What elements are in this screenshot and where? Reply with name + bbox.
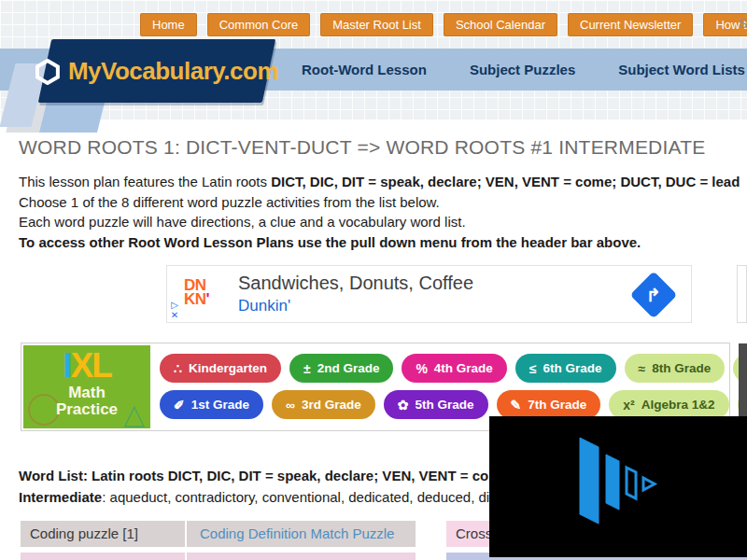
percent-icon: % [416, 361, 427, 376]
less-equal-icon: ≤ [529, 361, 537, 376]
ad-brand-link[interactable]: Dunkin' [238, 297, 290, 315]
top-nav-master-root-list[interactable]: Master Root List [320, 13, 433, 36]
top-nav-current-newsletter[interactable]: Current Newsletter [568, 13, 693, 36]
dunkin-logo: DN KN' [184, 278, 209, 306]
site-logo[interactable]: MyVocabulary.com [38, 39, 275, 103]
dunkin-ad-banner[interactable]: ▷ ✕ DN KN' Sandwiches, Donuts, Coffee Du… [166, 265, 692, 323]
intro-line-2: Choose 1 of the 8 different word puzzle … [19, 192, 740, 213]
x-squared-icon: x² [623, 398, 634, 413]
nav-subject-puzzles[interactable]: Subject Puzzles [448, 62, 597, 77]
puzzle-link-cell: Coding Definition Match Puzzle [187, 521, 416, 547]
grade-pill-1st[interactable]: ✐1st Grade [160, 390, 263, 419]
dunkin-apostrophe: ' [206, 290, 210, 308]
plus-minus-icon: ± [303, 361, 311, 376]
intro-line-4: To access other Root Word Lesson Plans u… [19, 232, 740, 253]
side-ad-fragment [737, 265, 747, 323]
ixl-grade-buttons: ∴Kindergarten ±2nd Grade %4th Grade ≤6th… [160, 354, 747, 419]
dots-icon: ∴ [174, 361, 182, 376]
pencil-icon: ✎ [511, 398, 522, 413]
approx-equal-icon: ≈ [639, 361, 646, 376]
adchoices-icon[interactable]: ▷ [171, 300, 178, 310]
intro-line-3: Each word puzzle will have directions, a… [19, 212, 740, 232]
grade-pill-algebra[interactable]: x²Algebra 1&2 [609, 390, 728, 419]
apple-book-icon: ✿ [398, 398, 409, 413]
infinity-icon: ∞ [286, 398, 295, 413]
grade-pill-6th[interactable]: ≤6th Grade [515, 354, 616, 383]
puzzle-label-cell: Coding puzzle [1] [21, 521, 185, 547]
ad-close-icon[interactable]: ✕ [171, 310, 178, 320]
nav-subject-word-lists[interactable]: Subject Word Lists [597, 62, 747, 77]
nav-root-word-lesson[interactable]: Root-Word Lesson [280, 62, 448, 77]
top-nav-school-calendar[interactable]: School Calendar [444, 13, 557, 36]
table-row2-cell-left [21, 553, 185, 560]
video-player-overlay[interactable] [489, 416, 747, 557]
scrollbar-thumb[interactable] [739, 343, 747, 420]
grade-pill-5th[interactable]: ✿5th Grade [384, 390, 488, 419]
grade-pill-kindergarten[interactable]: ∴Kindergarten [160, 354, 281, 383]
top-nav-truncated-item[interactable]: S [739, 16, 747, 31]
ixl-logo-tile[interactable]: IXL Math Practice △ [23, 345, 150, 428]
grade-pill-7th[interactable]: ✎7th Grade [497, 390, 601, 419]
table-row2-cell-mid [187, 553, 416, 560]
pencil-cup-icon: ✐ [174, 398, 185, 413]
adchoices-controls: ▷ ✕ [169, 300, 180, 320]
hexagon-icon [35, 58, 60, 84]
ixl-logo: IXL [23, 347, 150, 385]
arrow-icon: ↱ [646, 284, 661, 305]
ixl-tagline: Math Practice [23, 385, 150, 418]
grade-pill-8th[interactable]: ≈8th Grade [625, 354, 726, 383]
intro-line-1: This lesson plan features the Latin root… [19, 172, 740, 192]
lesson-intro: This lesson plan features the Latin root… [19, 172, 740, 252]
ad-visit-site-button[interactable]: ↱ [630, 272, 678, 319]
grade-pill-3rd[interactable]: ∞3rd Grade [272, 390, 375, 419]
grade-pill-4th[interactable]: %4th Grade [402, 354, 506, 383]
main-nav: Root-Word Lesson Subject Puzzles Subject… [280, 49, 747, 91]
page: { "colors": { "top_button_bg": "#de8527"… [0, 0, 747, 560]
top-nav-common-core[interactable]: Common Core [207, 13, 311, 36]
grade-pill-2nd[interactable]: ±2nd Grade [289, 354, 393, 383]
top-nav-home[interactable]: Home [140, 13, 197, 36]
coding-definition-match-link[interactable]: Coding Definition Match Puzzle [200, 525, 394, 541]
ad-headline: Sandwiches, Donuts, Coffee [238, 273, 473, 294]
page-title: WORD ROOTS 1: DICT-VENT-DUCT => WORD ROO… [19, 136, 705, 159]
top-nav: Home Common Core Master Root List School… [140, 13, 747, 36]
logo-text: MyVocabulary.com [68, 57, 278, 86]
